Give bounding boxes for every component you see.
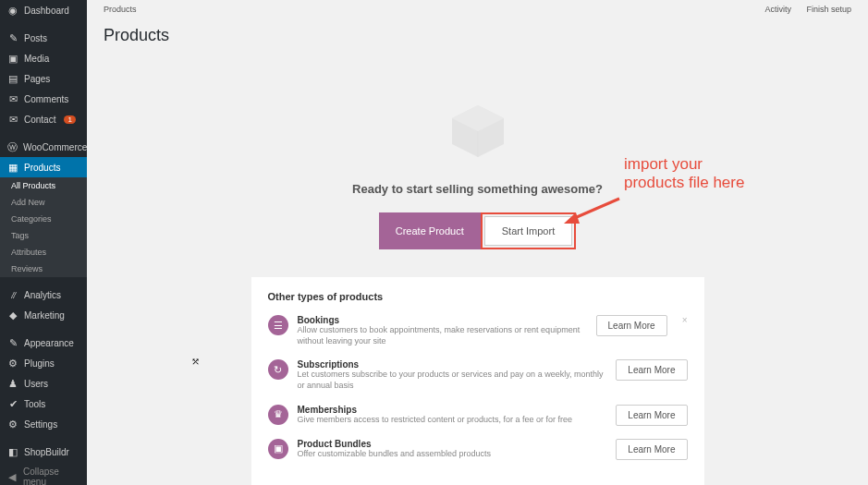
learn-more-bundles[interactable]: Learn More [616, 439, 687, 460]
product-row-subscriptions: ↻ SubscriptionsLet customers subscribe t… [268, 359, 688, 391]
learn-more-subscriptions[interactable]: Learn More [616, 359, 687, 381]
create-product-button[interactable]: Create Product [379, 212, 481, 249]
sidebar-sub-all-products[interactable]: All Products [0, 177, 87, 194]
pages-icon: ▤ [7, 73, 18, 84]
sidebar-item-pages[interactable]: ▤Pages [0, 68, 87, 89]
woo-icon: ⓦ [7, 141, 18, 152]
sidebar-item-media[interactable]: ▣Media [0, 48, 87, 68]
sidebar-item-analytics[interactable]: ⫽Analytics [0, 285, 87, 305]
activity-link[interactable]: Activity [764, 5, 791, 14]
memberships-icon: ♛ [268, 405, 288, 425]
panel-title: Other types of products [268, 291, 688, 302]
product-row-memberships: ♛ MembershipsGive members access to rest… [268, 405, 688, 426]
learn-more-bookings[interactable]: Learn More [596, 315, 667, 336]
comments-icon: ✉ [7, 93, 18, 104]
sidebar-sub-reviews[interactable]: Reviews [0, 261, 87, 277]
products-icon: ▦ [7, 162, 18, 173]
pin-icon: ✎ [7, 32, 18, 43]
subscriptions-icon: ↻ [268, 359, 288, 380]
sidebar-item-comments[interactable]: ✉Comments [0, 89, 87, 109]
breadcrumb: Products [104, 5, 137, 14]
sidebar-item-plugins[interactable]: ⚙Plugins [0, 353, 87, 373]
main-content: Products Activity Finish setup Products … [87, 0, 868, 485]
media-icon: ▣ [7, 53, 18, 64]
sidebar-item-dashboard[interactable]: ◉Dashboard [0, 0, 87, 20]
package-icon [446, 99, 510, 164]
sidebar-item-contact[interactable]: ✉Contact1 [0, 109, 87, 129]
shopbuildr-icon: ◧ [7, 446, 18, 457]
product-row-bundles: ▣ Product BundlesOffer customizable bund… [268, 439, 688, 460]
other-products-panel: Other types of products ☰ BookingsAllow … [251, 277, 704, 485]
product-row-bookings: ☰ BookingsAllow customers to book appoin… [268, 315, 688, 346]
appearance-icon: ✎ [7, 337, 18, 348]
annotation-text: import your products file here [624, 155, 744, 192]
sidebar-item-users[interactable]: ♟Users [0, 373, 87, 394]
sidebar-item-products[interactable]: ▦Products [0, 157, 87, 177]
top-bar: Products Activity Finish setup [87, 0, 868, 18]
finish-setup-link[interactable]: Finish setup [806, 5, 851, 14]
hero-section: Ready to start selling something awesome… [87, 53, 868, 249]
sidebar-item-settings[interactable]: ⚙Settings [0, 414, 87, 434]
sidebar-sub-categories[interactable]: Categories [0, 211, 87, 227]
sidebar-sub-tags[interactable]: Tags [0, 227, 87, 244]
svg-marker-4 [564, 212, 580, 224]
sidebar-item-shopbuildr[interactable]: ◧ShopBuildr [0, 442, 87, 462]
annotation-arrow-icon [559, 194, 624, 231]
bookings-icon: ☰ [268, 315, 288, 335]
plugins-icon: ⚙ [7, 358, 18, 369]
tools-icon: ✔ [7, 398, 18, 409]
sidebar-item-woocommerce[interactable]: ⓦWooCommerce [0, 137, 87, 157]
contact-icon: ✉ [7, 114, 18, 125]
sidebar-item-tools[interactable]: ✔Tools [0, 394, 87, 414]
users-icon: ♟ [7, 378, 18, 389]
sidebar-sub-add-new[interactable]: Add New [0, 194, 87, 211]
page-title: Products [87, 18, 868, 53]
admin-sidebar: ◉Dashboard ✎Posts ▣Media ▤Pages ✉Comment… [0, 0, 87, 485]
dismiss-icon[interactable]: × [682, 315, 688, 325]
learn-more-memberships[interactable]: Learn More [616, 405, 687, 426]
mouse-cursor-icon: ⤱ [191, 356, 200, 368]
settings-icon: ⚙ [7, 418, 18, 430]
contact-badge: 1 [64, 115, 75, 124]
bundles-icon: ▣ [268, 439, 288, 459]
svg-line-3 [570, 199, 619, 220]
sidebar-item-marketing[interactable]: ◆Marketing [0, 305, 87, 325]
sidebar-collapse[interactable]: ◀Collapse menu [0, 462, 87, 485]
sidebar-item-posts[interactable]: ✎Posts [0, 28, 87, 48]
analytics-icon: ⫽ [7, 289, 18, 300]
marketing-icon: ◆ [7, 309, 18, 321]
collapse-icon: ◀ [7, 471, 18, 482]
hero-headline: Ready to start selling something awesome… [87, 182, 868, 196]
sidebar-item-appearance[interactable]: ✎Appearance [0, 333, 87, 353]
dashboard-icon: ◉ [7, 5, 18, 16]
sidebar-sub-attributes[interactable]: Attributes [0, 244, 87, 261]
